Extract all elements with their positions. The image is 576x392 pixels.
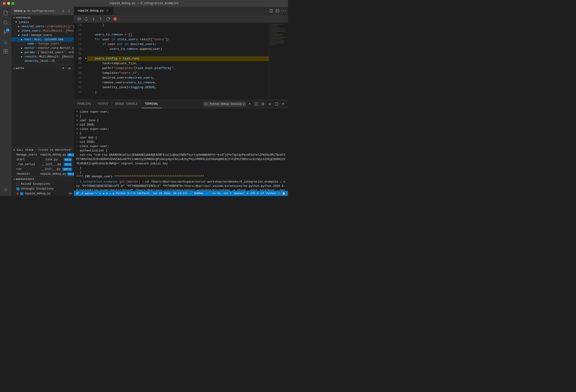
split-editor-icon[interactable] [269, 8, 274, 13]
debug-config-dropdown[interactable]: No Configurations ◆ [27, 10, 56, 12]
tab-output[interactable]: OUTPUT [95, 100, 112, 108]
breakpoint-uncaught-exceptions[interactable]: Uncaught Exceptions [11, 186, 74, 191]
status-notification-bell[interactable]: 🔔 [282, 192, 286, 195]
status-warnings[interactable]: ⚠ 0 [110, 192, 115, 195]
locals-group[interactable]: ▼ Locals [11, 20, 74, 25]
raised-exceptions-checkbox[interactable] [16, 183, 19, 186]
svg-point-17 [69, 11, 69, 12]
status-errors[interactable]: ⊗ 0 [103, 192, 108, 195]
breakpoints-header[interactable]: ▼ BREAKPOINTS [11, 177, 74, 182]
breakpoint-napalm-debug[interactable]: napalm_debug.py 35 [11, 191, 74, 196]
debug-toolbar-actions [61, 9, 71, 13]
variables-panel: ▼ VARIABLES ▼ Locals ▶ desired_users : o… [11, 15, 74, 148]
var-desired-users[interactable]: ▶ desired_users : ordereddict([('joe', .… [11, 25, 74, 29]
restart-button[interactable] [106, 17, 110, 21]
code-line-40: remove_users=users_to_remove, [87, 80, 269, 85]
watch-header[interactable]: ▼ WATCH + [11, 64, 74, 72]
var-host[interactable]: ▶ host : Host: spine00.bma [11, 37, 74, 42]
var-nornir[interactable]: ▶ nornir : <nornir.core.Nornir object... [11, 46, 74, 50]
breakpoint-dot [16, 192, 19, 195]
debug-play-button[interactable]: ▶ [24, 9, 26, 13]
status-sync[interactable]: ↻ [99, 192, 101, 195]
napalm-debug-checkbox[interactable] [20, 192, 23, 195]
var-state-users[interactable]: ▶ state_users : MultiResult: [Result: ".… [11, 29, 74, 33]
terminal-line: - } [76, 166, 286, 170]
search-icon[interactable] [1, 18, 10, 27]
layout-icon[interactable] [275, 8, 280, 13]
maximize-button[interactable] [11, 2, 14, 5]
panel-maximize-icon[interactable] [274, 101, 279, 107]
svg-point-7 [5, 43, 6, 44]
terminal-content[interactable]: + class super-user; + } + user jane { + … [74, 108, 288, 191]
var-task[interactable]: ▶ task : manage_users [11, 33, 74, 37]
call-stack-panel: ▼ CALL STACK PAUSED ON BREAKPOINT manage… [11, 148, 74, 176]
minimize-button[interactable] [7, 2, 10, 5]
tab-terminal[interactable]: TERMINAL [141, 100, 162, 108]
status-left: ⎇ master*+ ↻ ⊗ 0 ⚠ 0 Python 3.7.0 (defau… [76, 192, 208, 195]
source-control-icon[interactable]: 78 [1, 28, 10, 36]
svg-line-1 [7, 24, 8, 25]
call-stack-header[interactable]: ▼ CALL STACK PAUSED ON BREAKPOINT [11, 148, 74, 152]
continue-button[interactable] [77, 17, 82, 21]
debug-run-icon[interactable] [1, 37, 10, 46]
more-actions-icon[interactable]: ··· [281, 8, 286, 13]
editor-area: napalm_debug.py × ··· [74, 7, 288, 196]
var-params[interactable]: ▶ params : {'desired_users': orderedd... [11, 50, 74, 55]
stop-button[interactable] [113, 17, 117, 21]
code-content[interactable]: ) users_to_remove = [] for user in state… [85, 23, 269, 100]
callstack-item-0[interactable]: manage_users napalm_debug.py 35:1 [11, 152, 74, 157]
status-spaces[interactable]: Spaces: 4 [234, 192, 248, 195]
watch-add-icon[interactable]: + [61, 66, 66, 71]
status-ln-col[interactable]: Ln 35, Col 1 [212, 192, 231, 195]
source-control-badge: 78 [6, 28, 10, 32]
panel-tab-actions: 1: Python Debug Console ▾ + ∧ [203, 100, 288, 108]
status-smiley[interactable]: ☺ [278, 192, 280, 195]
terminal-line: + } [76, 131, 286, 136]
watch-menu-icon[interactable] [67, 66, 72, 71]
terminal-line: + user jane { [76, 118, 286, 123]
terminal-line: - uid 2000; [76, 140, 286, 144]
svg-point-15 [69, 10, 69, 10]
terminal-selector[interactable]: 1: Python Debug Console ▾ [203, 102, 246, 106]
panel-chevron-up-icon[interactable]: ∧ [267, 101, 273, 107]
tab-debug-console[interactable]: DEBUG CONSOLE [112, 100, 142, 108]
callstack-item-2[interactable]: _run_serial __init__.py 71:1 [11, 162, 74, 167]
status-branch[interactable]: ⎇ master*+ [76, 192, 97, 195]
callstack-item-4[interactable]: <module> napalm_debug.py 52:1 [11, 172, 74, 176]
callstack-item-1[interactable]: start task.py 62:1 [11, 157, 74, 162]
status-language[interactable]: Python [266, 192, 276, 195]
status-encoding[interactable]: UTF-8 [251, 192, 259, 195]
svg-point-13 [5, 189, 6, 190]
tab-problems[interactable]: PROBLEMS [74, 100, 95, 108]
step-over-button[interactable] [84, 17, 89, 21]
debug-more-icon[interactable] [67, 9, 71, 13]
settings-gear-icon[interactable] [1, 185, 10, 194]
split-terminal-icon[interactable] [254, 101, 259, 107]
var-name[interactable]: ▶ name : 'manage_users' [11, 42, 74, 46]
svg-point-37 [78, 192, 79, 193]
tab-napalm-debug[interactable]: napalm_debug.py × [74, 7, 114, 15]
var-results[interactable]: ▶ results : MultiResult: [Result: "na... [11, 55, 74, 59]
terminal-line: + class super-user; [76, 127, 286, 131]
breakpoint-raised-exceptions[interactable]: Raised Exceptions [11, 182, 74, 186]
step-into-button[interactable] [91, 17, 96, 21]
variables-header[interactable]: ▼ VARIABLES [11, 15, 74, 20]
new-terminal-icon[interactable]: + [247, 101, 253, 107]
code-editor: 28 29 30 31 32 33 34 35 36 37 38 39 40 4… [74, 23, 288, 100]
code-line-38: template="users.j2", [87, 71, 269, 76]
panel-close-icon[interactable]: × [280, 101, 286, 107]
terminal-line: + } [76, 114, 286, 118]
files-icon[interactable] [1, 9, 10, 17]
status-line-ending[interactable]: LF [261, 192, 264, 195]
svg-point-2 [4, 30, 5, 32]
callstack-item-3[interactable]: run __init__.py 137:1 [11, 167, 74, 172]
extensions-icon[interactable] [1, 47, 10, 55]
close-button[interactable] [3, 2, 6, 5]
step-out-button[interactable] [98, 17, 103, 21]
debug-settings-icon[interactable] [61, 9, 66, 13]
tab-close-button[interactable]: × [106, 9, 109, 13]
uncaught-exceptions-checkbox[interactable] [16, 187, 19, 190]
status-python[interactable]: Python 3.7.0 (default, Jun 29 2018, 20:1… [116, 192, 188, 195]
var-severity[interactable]: ▶ severity_level : 20 [11, 59, 74, 63]
trash-icon[interactable] [260, 101, 266, 107]
